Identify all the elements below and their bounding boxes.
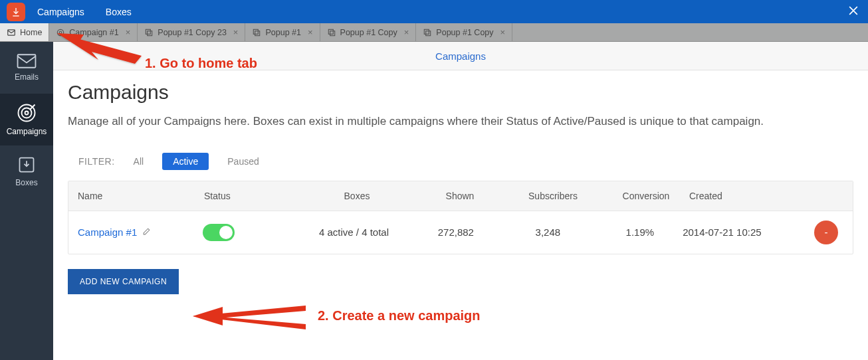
target-icon: [56, 28, 65, 37]
popup-icon: [144, 28, 154, 37]
svg-rect-7: [328, 29, 333, 34]
tab-label: Home: [20, 28, 42, 37]
sidebar-item-boxes[interactable]: Boxes: [0, 145, 53, 197]
tab-popup-1-copy-a[interactable]: Popup #1 Copy ×: [320, 23, 417, 41]
cell-shown: 272,882: [413, 226, 499, 238]
tab-close-button[interactable]: ×: [233, 27, 239, 37]
svg-point-2: [60, 31, 62, 34]
svg-rect-3: [146, 29, 151, 34]
svg-rect-6: [255, 31, 260, 35]
tab-popup-1-copy-b[interactable]: Popup #1 Copy ×: [416, 23, 512, 41]
section-header: Campaigns: [53, 42, 868, 70]
table-header-created: Created: [689, 191, 822, 201]
tab-label: Popup #1 Copy: [436, 28, 493, 37]
window-close-button[interactable]: [847, 4, 860, 20]
tab-close-button[interactable]: ×: [404, 27, 409, 37]
cell-conversion: 1.19%: [597, 226, 683, 238]
table-header-status: Status: [204, 191, 297, 201]
tab-label: Popup #1 Copy 23: [158, 28, 227, 37]
popup-icon: [327, 28, 336, 37]
sidebar: Emails Campaigns Boxes: [0, 42, 53, 360]
tab-close-button[interactable]: ×: [308, 27, 313, 37]
svg-rect-9: [425, 29, 429, 34]
svg-rect-5: [254, 29, 259, 34]
section-header-title: Campaigns: [435, 50, 486, 62]
add-new-campaign-button[interactable]: ADD NEW CAMPAIGN: [68, 269, 179, 294]
svg-point-1: [58, 29, 64, 35]
box-icon: [17, 155, 36, 174]
page-description: Manage all of your Campaigns here. Boxes…: [68, 113, 853, 130]
svg-rect-8: [330, 31, 334, 35]
envelope-icon: [17, 54, 37, 68]
filter-option-active[interactable]: Active: [162, 153, 209, 170]
status-toggle[interactable]: [203, 224, 235, 241]
sidebar-item-label: Campaigns: [7, 127, 47, 136]
cell-subscribers: 3,248: [498, 226, 597, 238]
table-header-row: Name Status Boxes Shown Subscribers Conv…: [68, 181, 853, 211]
download-icon: [11, 7, 21, 17]
svg-rect-10: [426, 31, 431, 35]
app-logo[interactable]: [7, 3, 25, 21]
tab-label: Popup #1: [265, 28, 301, 37]
sidebar-item-label: Boxes: [15, 178, 37, 187]
tab-popup-1[interactable]: Popup #1 ×: [245, 23, 320, 41]
sidebar-item-label: Emails: [15, 72, 39, 82]
tab-home[interactable]: Home: [0, 23, 49, 41]
tab-popup-1-copy-23[interactable]: Popup #1 Copy 23 ×: [138, 23, 245, 41]
svg-point-14: [25, 112, 29, 115]
tab-label: Campaign #1: [69, 28, 118, 37]
filter-row: FILTER: All Active Paused: [68, 146, 853, 177]
table-header-shown: Shown: [417, 191, 503, 201]
sidebar-item-campaigns[interactable]: Campaigns: [0, 94, 53, 145]
table-header-subscribers: Subscribers: [503, 191, 603, 201]
topbar-link-campaigns[interactable]: Campaigns: [37, 7, 84, 17]
topbar-link-boxes[interactable]: Boxes: [106, 7, 132, 17]
table-header-name: Name: [78, 191, 204, 201]
tab-strip: Home Campaign #1 × Popup #1 Copy 23 × Po…: [0, 23, 868, 42]
filter-label: FILTER:: [78, 156, 115, 167]
cell-created: 2014-07-21 10:25: [683, 226, 814, 238]
page-title: Campaigns: [68, 81, 853, 104]
main-content: Campaigns Manage all of your Campaigns h…: [53, 70, 868, 360]
filter-option-paused[interactable]: Paused: [227, 156, 259, 167]
tab-campaign-1[interactable]: Campaign #1 ×: [49, 23, 138, 41]
popup-icon: [423, 28, 432, 37]
table-header-boxes: Boxes: [297, 191, 417, 201]
popup-icon: [252, 28, 261, 37]
table-header-conversion: Conversion: [603, 191, 689, 201]
campaigns-table: Name Status Boxes Shown Subscribers Conv…: [68, 181, 853, 254]
svg-rect-4: [148, 31, 152, 35]
sidebar-item-emails[interactable]: Emails: [0, 42, 53, 94]
row-delete-button[interactable]: -: [814, 221, 838, 244]
tab-label: Popup #1 Copy: [340, 28, 397, 37]
tab-close-button[interactable]: ×: [126, 27, 131, 37]
minus-icon: -: [825, 226, 828, 238]
envelope-icon: [7, 28, 16, 37]
top-bar: Campaigns Boxes: [0, 0, 868, 23]
campaign-name-link[interactable]: Campaign #1: [78, 226, 137, 238]
svg-rect-11: [18, 54, 36, 68]
filter-option-all[interactable]: All: [134, 156, 144, 167]
close-icon: [847, 4, 860, 17]
target-icon: [17, 103, 37, 123]
cell-boxes: 4 active / 4 total: [294, 226, 413, 238]
edit-icon[interactable]: [142, 226, 151, 238]
table-row: Campaign #1 4 active / 4 total 272,882 3…: [68, 211, 853, 254]
tab-close-button[interactable]: ×: [500, 27, 506, 37]
